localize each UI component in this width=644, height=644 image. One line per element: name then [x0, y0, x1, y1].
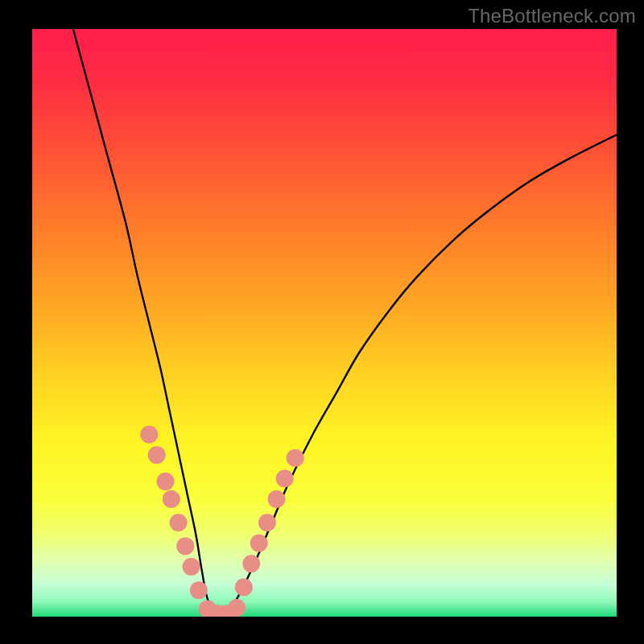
- marker-dot: [140, 426, 158, 444]
- marker-dot: [157, 473, 175, 490]
- marker-dot: [287, 449, 304, 467]
- plot-area: [32, 29, 617, 617]
- chart-stage: TheBottleneck.com: [0, 0, 644, 644]
- bottleneck-chart: [0, 0, 644, 644]
- marker-dot: [276, 469, 294, 487]
- marker-dot: [250, 535, 268, 552]
- marker-dot: [163, 490, 180, 508]
- marker-dot: [190, 581, 208, 599]
- marker-dot: [148, 446, 166, 464]
- watermark-text: TheBottleneck.com: [468, 5, 636, 27]
- marker-dot: [170, 514, 188, 531]
- marker-dot: [176, 537, 194, 555]
- marker-dot: [228, 599, 246, 617]
- marker-dot: [235, 579, 253, 597]
- marker-dot: [242, 555, 260, 572]
- marker-dot: [182, 558, 200, 576]
- marker-dot: [267, 490, 285, 508]
- marker-dot: [258, 514, 276, 531]
